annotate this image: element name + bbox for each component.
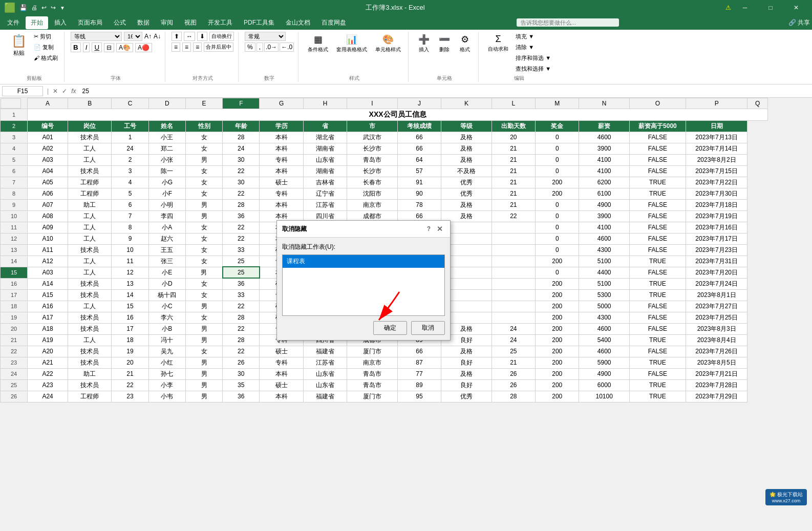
cell-12-0[interactable]: A10	[28, 233, 68, 244]
cell-6-15[interactable]: 2023年7月15日	[686, 165, 747, 177]
close-button[interactable]: ✕	[784, 0, 808, 15]
cell-8-0[interactable]: A06	[28, 188, 68, 199]
cell-8-5[interactable]: 22	[223, 188, 260, 199]
cell-3-5[interactable]: 28	[223, 132, 260, 143]
cell-17-13[interactable]: 5300	[579, 289, 630, 301]
cell-20-4[interactable]: 男	[185, 323, 222, 334]
decrease-decimal-button[interactable]: ←.0	[280, 43, 294, 52]
cell-26-10[interactable]: 优秀	[441, 391, 492, 402]
cell-5-2[interactable]: 2	[112, 154, 148, 165]
cell-20-2[interactable]: 17	[112, 323, 148, 334]
cell-9-10[interactable]: 及格	[441, 199, 492, 210]
find-select-button[interactable]: 查找和选择 ▼	[514, 64, 553, 74]
cell-17-12[interactable]: 200	[536, 289, 579, 301]
cell-4-14[interactable]: FALSE	[629, 143, 686, 154]
cell-7-3[interactable]: 小G	[148, 177, 185, 188]
function-icon[interactable]: fx	[71, 88, 76, 95]
cell-15-14[interactable]: FALSE	[629, 267, 686, 278]
col-header-N[interactable]: N	[579, 98, 630, 109]
col-header-L[interactable]: L	[492, 98, 535, 109]
cell-4-2[interactable]: 24	[112, 143, 148, 154]
menu-home[interactable]: 开始	[26, 16, 48, 29]
cell-13-13[interactable]: 4300	[579, 244, 630, 256]
cell-10-15[interactable]: 2023年7月19日	[686, 210, 747, 222]
cell-13-11[interactable]	[492, 244, 535, 256]
cell-19-2[interactable]: 16	[112, 312, 148, 323]
cell-7-4[interactable]: 女	[185, 177, 222, 188]
cell-13-14[interactable]: FALSE	[629, 244, 686, 256]
cell-25-6[interactable]: 硕士	[260, 379, 303, 391]
cell-20-13[interactable]: 4600	[579, 323, 630, 334]
cell-22-0[interactable]: A20	[28, 346, 68, 357]
cell-9-1[interactable]: 助工	[68, 199, 112, 210]
cell-23-15[interactable]: 2023年8月5日	[686, 357, 747, 368]
cell-5-11[interactable]: 21	[492, 154, 535, 165]
cell-25-1[interactable]: 技术员	[68, 379, 112, 391]
cell-4-4[interactable]: 女	[185, 143, 222, 154]
cut-button[interactable]: ✂ 剪切	[32, 32, 60, 41]
cell-7-10[interactable]: 优秀	[441, 177, 492, 188]
cell-23-0[interactable]: A21	[28, 357, 68, 368]
col-header-Q[interactable]: Q	[747, 98, 768, 109]
cell-20-11[interactable]: 24	[492, 323, 535, 334]
cell-9-4[interactable]: 男	[185, 199, 222, 210]
cell-15-11[interactable]	[492, 267, 535, 278]
cell-21-2[interactable]: 18	[112, 334, 148, 346]
cell-8-14[interactable]: TRUE	[629, 188, 686, 199]
align-top-button[interactable]: ⬆	[172, 32, 182, 41]
cell-10-12[interactable]: 0	[536, 210, 579, 222]
table-format-button[interactable]: 📊 套用表格格式	[333, 32, 370, 55]
menu-insert[interactable]: 插入	[49, 16, 72, 29]
table-row[interactable]: 8A06工程师5小F女22专科辽宁省沈阳市90优秀212006100TRUE20…	[1, 188, 768, 199]
cell-3-14[interactable]: FALSE	[629, 132, 686, 143]
cell-14-15[interactable]: 2023年7月31日	[686, 256, 747, 267]
paste-button[interactable]: 📋 粘贴	[8, 32, 30, 59]
cell-25-8[interactable]: 青岛市	[347, 379, 398, 391]
table-row[interactable]: 4A02工人24郑二女24本科湖南省长沙市66及格2103900FALSE202…	[1, 143, 768, 154]
col-header-O[interactable]: O	[629, 98, 686, 109]
cell-3-12[interactable]: 0	[536, 132, 579, 143]
menu-review[interactable]: 审阅	[156, 16, 178, 29]
cell-24-4[interactable]: 男	[185, 368, 222, 379]
cell-12-12[interactable]: 0	[536, 233, 579, 244]
fill-button[interactable]: 填充 ▼	[514, 32, 553, 41]
cell-10-2[interactable]: 7	[112, 210, 148, 222]
cell-18-15[interactable]: 2023年7月27日	[686, 301, 747, 312]
cell-25-10[interactable]: 良好	[441, 379, 492, 391]
cell-14-5[interactable]: 25	[223, 256, 260, 267]
cell-8-13[interactable]: 6100	[579, 188, 630, 199]
cell-3-2[interactable]: 1	[112, 132, 148, 143]
cell-19-5[interactable]: 28	[223, 312, 260, 323]
cell-18-14[interactable]: FALSE	[629, 301, 686, 312]
cell-9-14[interactable]: FALSE	[629, 199, 686, 210]
cell-12-11[interactable]	[492, 233, 535, 244]
menu-view[interactable]: 视图	[179, 16, 202, 29]
cell-6-3[interactable]: 陈一	[148, 165, 185, 177]
col-header-P[interactable]: P	[686, 98, 747, 109]
cell-24-0[interactable]: A22	[28, 368, 68, 379]
col-header-D[interactable]: D	[148, 98, 185, 109]
cancel-formula-icon[interactable]: ✕	[53, 88, 58, 95]
cell-17-3[interactable]: 杨十四	[148, 289, 185, 301]
cell-6-1[interactable]: 技术员	[68, 165, 112, 177]
cell-26-13[interactable]: 10100	[579, 391, 630, 402]
cell-20-12[interactable]: 200	[536, 323, 579, 334]
table-row[interactable]: 22A20技术员19吴九女22硕士福建省厦门市66及格252004600FALS…	[1, 346, 768, 357]
cell-21-11[interactable]: 24	[492, 334, 535, 346]
cell-16-12[interactable]: 200	[536, 278, 579, 289]
cell-15-15[interactable]: 2023年7月20日	[686, 267, 747, 278]
cell-25-15[interactable]: 2023年7月28日	[686, 379, 747, 391]
cell-26-11[interactable]: 28	[492, 391, 535, 402]
cell-15-1[interactable]: 工人	[68, 267, 112, 278]
cell-6-14[interactable]: FALSE	[629, 165, 686, 177]
cell-3-15[interactable]: 2023年7月13日	[686, 132, 747, 143]
cell-26-6[interactable]: 本科	[260, 391, 303, 402]
cell-21-0[interactable]: A19	[28, 334, 68, 346]
cell-15-12[interactable]: 0	[536, 267, 579, 278]
cell-8-9[interactable]: 90	[397, 188, 441, 199]
cell-10-5[interactable]: 36	[223, 210, 260, 222]
cell-21-12[interactable]: 200	[536, 334, 579, 346]
cell-19-4[interactable]: 女	[185, 312, 222, 323]
col-header-G[interactable]: G	[260, 98, 303, 109]
cell-4-13[interactable]: 3900	[579, 143, 630, 154]
